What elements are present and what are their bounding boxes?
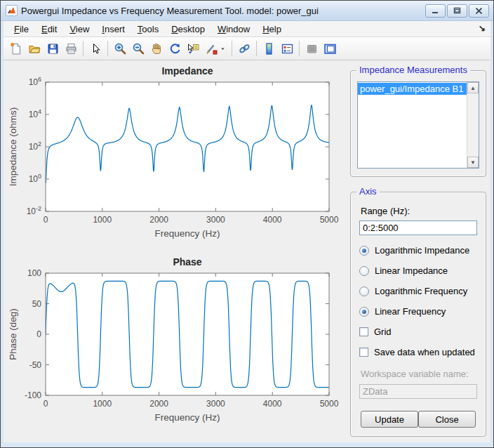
radio-label: Logarithmic Frequency bbox=[375, 286, 467, 296]
dock-figure-arrow[interactable]: ↘ bbox=[479, 23, 486, 33]
checkbox-icon[interactable] bbox=[359, 348, 368, 357]
menu-item-help[interactable]: Help bbox=[256, 22, 288, 37]
menu-item-insert[interactable]: Insert bbox=[95, 22, 131, 37]
radio-icon[interactable] bbox=[359, 266, 369, 276]
svg-text:102: 102 bbox=[29, 140, 41, 152]
close-dialog-button[interactable]: Close bbox=[418, 411, 476, 428]
update-button[interactable]: Update bbox=[361, 411, 418, 428]
svg-text:Phase (deg): Phase (deg) bbox=[8, 308, 18, 360]
svg-text:Impedance: Impedance bbox=[161, 65, 213, 77]
svg-text:3000: 3000 bbox=[206, 215, 225, 225]
svg-text:1000: 1000 bbox=[93, 399, 112, 409]
show-plot-tools-icon bbox=[323, 42, 337, 55]
zoom-in-button[interactable] bbox=[111, 39, 129, 58]
rotate-3d-button[interactable] bbox=[166, 39, 184, 58]
checkbox-save-data-when-updated[interactable]: Save data when updated bbox=[359, 347, 477, 357]
link-plot-button[interactable] bbox=[235, 39, 253, 58]
range-input[interactable] bbox=[359, 220, 477, 235]
rotate-3d-icon bbox=[168, 42, 182, 55]
svg-text:100: 100 bbox=[27, 268, 41, 278]
radio-logarithmic-impedance[interactable]: Logarithmic Impedance bbox=[359, 245, 477, 256]
data-cursor-button[interactable] bbox=[184, 39, 202, 58]
show-plot-tools-button[interactable] bbox=[321, 39, 339, 58]
svg-text:50: 50 bbox=[32, 299, 42, 309]
svg-text:Phase: Phase bbox=[173, 256, 201, 268]
svg-text:2000: 2000 bbox=[149, 215, 168, 225]
pointer-button[interactable] bbox=[86, 39, 105, 58]
title-bar[interactable]: Powergui Impedance vs Frequency Measurem… bbox=[1, 1, 493, 21]
svg-text:5000: 5000 bbox=[320, 215, 339, 225]
measurements-listbox[interactable]: power_gui/Impedance B1 ▲ ▼ bbox=[357, 81, 479, 169]
checkbox-icon[interactable] bbox=[359, 327, 368, 336]
brush-button[interactable] bbox=[202, 39, 220, 58]
svg-text:104: 104 bbox=[29, 108, 41, 119]
hide-plot-tools-icon bbox=[305, 42, 319, 55]
radio-icon[interactable] bbox=[359, 246, 369, 256]
checkbox-label: Save data when updated bbox=[374, 347, 475, 357]
brush-icon bbox=[205, 42, 218, 55]
axis-group-title: Axis bbox=[356, 186, 380, 197]
radio-linear-frequency[interactable]: Linear Frequency bbox=[359, 306, 477, 317]
menu-item-window[interactable]: Window bbox=[211, 22, 256, 37]
svg-text:3000: 3000 bbox=[206, 399, 225, 409]
insert-legend-button[interactable] bbox=[278, 39, 296, 58]
svg-text:100: 100 bbox=[29, 173, 41, 184]
window-title: Powergui Impedance vs Frequency Measurem… bbox=[21, 6, 425, 16]
measurement-list-item[interactable]: power_gui/Impedance B1 bbox=[358, 83, 467, 95]
print-figure-button[interactable] bbox=[62, 39, 80, 58]
checkbox-grid[interactable]: Grid bbox=[359, 327, 477, 337]
menu-item-desktop[interactable]: Desktop bbox=[165, 22, 211, 37]
radio-linear-impedance[interactable]: Linear Impedance bbox=[359, 265, 477, 276]
brush-dropdown-icon bbox=[220, 42, 229, 55]
open-file-button[interactable] bbox=[25, 39, 44, 58]
svg-text:Frequency (Hz): Frequency (Hz) bbox=[154, 228, 220, 239]
svg-text:Impedance (ohms): Impedance (ohms) bbox=[8, 107, 18, 187]
svg-text:-50: -50 bbox=[29, 360, 42, 370]
menu-item-view[interactable]: View bbox=[63, 22, 95, 37]
zoom-in-icon bbox=[114, 42, 127, 55]
figure-area: 01000200030004000500010-2100102104106Imp… bbox=[4, 60, 490, 442]
menu-item-tools[interactable]: Tools bbox=[131, 22, 165, 37]
menu-item-edit[interactable]: Edit bbox=[35, 22, 63, 37]
radio-logarithmic-frequency[interactable]: Logarithmic Frequency bbox=[359, 286, 477, 296]
radio-icon[interactable] bbox=[359, 307, 369, 317]
zoom-out-button[interactable] bbox=[129, 39, 147, 58]
open-file-icon bbox=[28, 42, 41, 55]
svg-text:5000: 5000 bbox=[320, 399, 339, 409]
impedance-measurements-group: Impedance Measurements power_gui/Impedan… bbox=[350, 70, 486, 177]
minimize-button[interactable] bbox=[425, 4, 446, 18]
insert-colorbar-icon bbox=[262, 42, 276, 55]
hide-plot-tools-button[interactable] bbox=[302, 39, 321, 58]
svg-text:106: 106 bbox=[29, 76, 41, 87]
control-panel: Impedance Measurements power_gui/Impedan… bbox=[347, 60, 490, 442]
listbox-scrollbar[interactable]: ▲ ▼ bbox=[467, 82, 479, 168]
zoom-out-icon bbox=[132, 42, 145, 55]
svg-text:4000: 4000 bbox=[263, 399, 282, 409]
toolbar bbox=[4, 37, 490, 60]
radio-icon[interactable] bbox=[359, 286, 369, 296]
restore-button[interactable] bbox=[447, 4, 467, 18]
toolbar-separator bbox=[107, 41, 108, 56]
impedance-plot: 01000200030004000500010-2100102104106Imp… bbox=[5, 62, 346, 253]
close-button[interactable] bbox=[469, 4, 489, 18]
range-label: Range (Hz): bbox=[361, 206, 477, 216]
save-figure-icon bbox=[46, 42, 60, 55]
scroll-up-icon[interactable]: ▲ bbox=[467, 82, 479, 93]
checkbox-label: Grid bbox=[374, 327, 392, 337]
save-figure-button[interactable] bbox=[44, 39, 62, 58]
toolbar-separator bbox=[83, 41, 84, 56]
pan-button[interactable] bbox=[147, 39, 166, 58]
new-figure-icon bbox=[10, 42, 23, 55]
menu-item-file[interactable]: File bbox=[8, 22, 35, 37]
svg-text:1000: 1000 bbox=[93, 215, 112, 225]
new-figure-button[interactable] bbox=[7, 39, 25, 58]
toolbar-separator bbox=[256, 41, 257, 56]
radio-label: Linear Impedance bbox=[375, 265, 448, 276]
brush-dropdown-button[interactable] bbox=[220, 39, 229, 58]
insert-colorbar-button[interactable] bbox=[260, 39, 278, 58]
powergui-impedance-tool-window: Powergui Impedance vs Frequency Measurem… bbox=[0, 0, 494, 448]
pan-icon bbox=[150, 42, 163, 55]
toolbar-separator bbox=[299, 41, 300, 56]
menu-bar: FileEditViewInsertToolsDesktopWindowHelp… bbox=[4, 21, 490, 37]
scroll-down-icon[interactable]: ▼ bbox=[467, 157, 479, 168]
